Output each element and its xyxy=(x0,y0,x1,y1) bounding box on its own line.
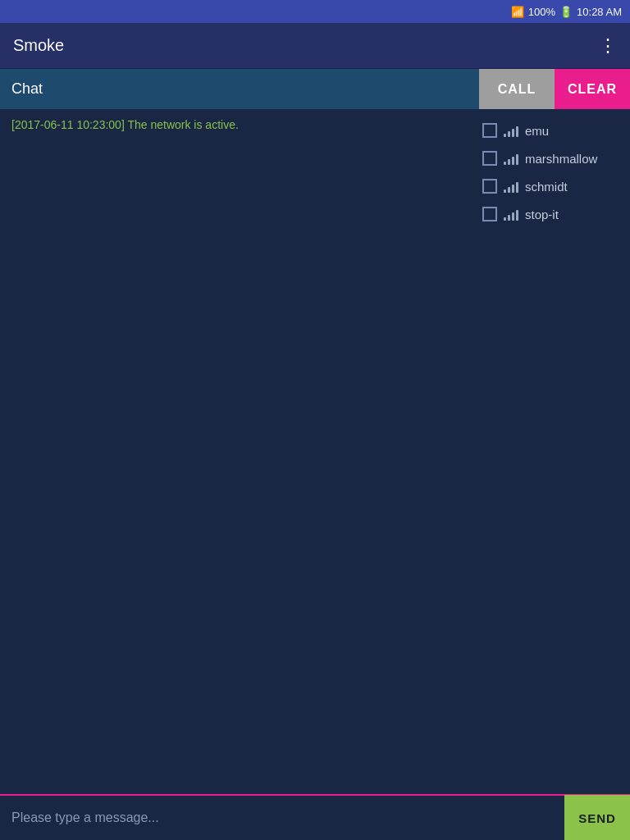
action-buttons: CALL CLEAR xyxy=(479,69,630,109)
chat-panel: [2017-06-11 10:23:00] The network is act… xyxy=(0,110,474,794)
contact-header: Chat CALL CLEAR xyxy=(0,69,630,110)
contacts-panel: emu marshmallow schmidt xyxy=(474,110,630,794)
signal-icon-emu xyxy=(504,124,518,137)
signal-icon-stop-it xyxy=(504,208,518,221)
signal-icon-marshmallow xyxy=(504,152,518,165)
status-icons: 📶 100% 🔋 10:28 AM xyxy=(511,6,622,18)
contact-item-schmidt[interactable]: schmidt xyxy=(474,172,630,200)
contact-item-emu[interactable]: emu xyxy=(474,116,630,144)
contact-name-area: Chat xyxy=(0,69,479,109)
contact-checkbox-stop-it[interactable] xyxy=(482,207,497,221)
contact-checkbox-schmidt[interactable] xyxy=(482,179,497,194)
contact-checkbox-marshmallow[interactable] xyxy=(482,151,497,166)
status-bar: 📶 100% 🔋 10:28 AM xyxy=(0,0,630,23)
network-status: [2017-06-11 10:23:00] The network is act… xyxy=(11,118,463,131)
signal-icon-schmidt xyxy=(504,180,518,193)
app-title: Smoke xyxy=(13,36,64,55)
contact-label-schmidt: schmidt xyxy=(525,180,568,194)
contact-item-stop-it[interactable]: stop-it xyxy=(474,200,630,228)
more-options-icon[interactable]: ⋮ xyxy=(599,35,617,57)
battery-level: 100% xyxy=(528,6,555,18)
contact-label-stop-it: stop-it xyxy=(525,208,559,221)
time-display: 10:28 AM xyxy=(577,6,622,18)
send-button[interactable]: SEND xyxy=(564,795,630,840)
contact-name: Chat xyxy=(11,80,43,98)
contact-label-marshmallow: marshmallow xyxy=(525,152,597,166)
message-input[interactable] xyxy=(11,810,564,825)
wifi-icon: 📶 xyxy=(511,6,524,18)
contact-label-emu: emu xyxy=(525,124,549,138)
call-button[interactable]: CALL xyxy=(479,69,555,109)
contact-checkbox-emu[interactable] xyxy=(482,123,497,138)
app-bar: Smoke ⋮ xyxy=(0,23,630,69)
battery-icon: 🔋 xyxy=(559,6,573,18)
clear-button[interactable]: CLEAR xyxy=(555,69,630,109)
input-bar: SEND xyxy=(0,794,630,840)
main-content: [2017-06-11 10:23:00] The network is act… xyxy=(0,110,630,794)
contact-item-marshmallow[interactable]: marshmallow xyxy=(474,144,630,172)
